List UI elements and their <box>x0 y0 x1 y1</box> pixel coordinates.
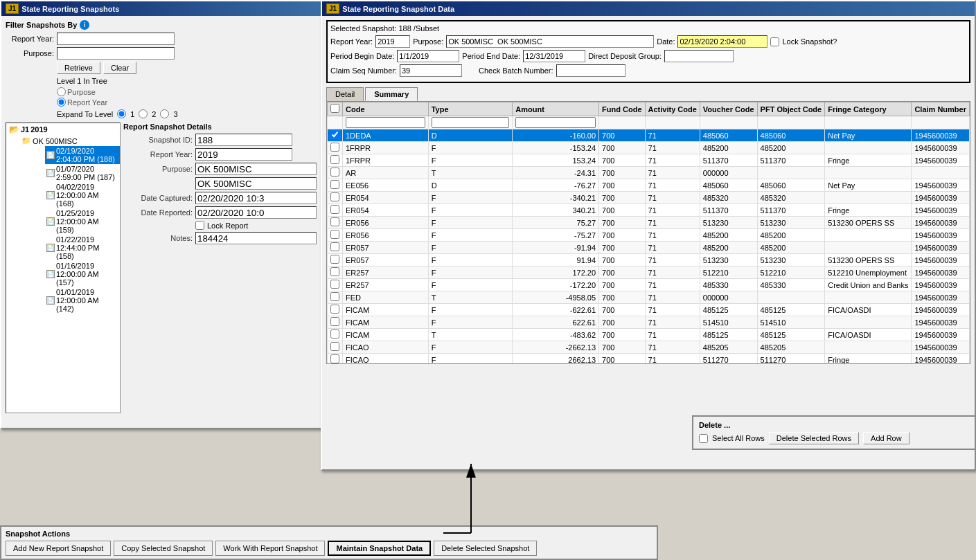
claim-seq-input[interactable] <box>400 64 462 77</box>
row-checkbox-6[interactable] <box>330 205 339 214</box>
lock-snapshot-checkbox[interactable] <box>770 37 779 46</box>
table-row: ER056F-75.27700714852004852001945600039 <box>328 229 970 242</box>
tab-summary[interactable]: Summary <box>365 87 418 101</box>
detail-report-year-input[interactable] <box>195 148 292 161</box>
cell-fund-2: 700 <box>599 154 645 167</box>
cell-claim-6: 1945600039 <box>912 204 970 217</box>
cell-amount-6: 340.21 <box>513 204 599 217</box>
report-year-input[interactable] <box>57 33 175 45</box>
radio-purpose[interactable] <box>57 87 66 96</box>
detail-purpose-input[interactable] <box>195 163 317 175</box>
row-checkbox-0[interactable] <box>330 130 339 139</box>
row-checkbox-4[interactable] <box>330 180 339 189</box>
select-all-rows-checkbox[interactable] <box>699 434 708 443</box>
filter-code[interactable] <box>346 117 425 128</box>
snapshot-id-input[interactable] <box>195 134 292 146</box>
notes-input[interactable] <box>195 232 317 244</box>
row-checkbox-18[interactable] <box>330 354 339 363</box>
tree-item-ok500misc[interactable]: 📁 OK 500MISC <box>20 136 120 146</box>
filter-section: Filter Snapshots By i Report Year: Purpo… <box>6 20 317 118</box>
cell-fringe-10: 513230 OPERS SS <box>825 254 912 267</box>
copy-selected-snapshot-button[interactable]: Copy Selected Snapshot <box>114 541 213 556</box>
tree-item-3[interactable]: 📄 01/25/2019 12:00:00 AM (159) <box>45 208 120 235</box>
cell-voucher-13: 000000 <box>700 291 757 304</box>
delete-title: Delete ... <box>699 421 969 429</box>
row-checkbox-14[interactable] <box>330 305 339 314</box>
col-activity-code: Activity Code <box>645 102 700 116</box>
row-checkbox-13[interactable] <box>330 292 339 301</box>
filter-amount[interactable] <box>515 117 596 128</box>
row-checkbox-2[interactable] <box>330 155 339 164</box>
period-end-input[interactable] <box>523 50 585 62</box>
cell-fund-0: 700 <box>599 129 645 142</box>
table-row: ART-24.3170071000000 <box>328 167 970 179</box>
tree-item-2[interactable]: 📄 04/02/2019 12:00:00 AM (168) <box>45 182 120 208</box>
detail-purpose2-input[interactable] <box>195 177 317 190</box>
tree-item-1[interactable]: 📄 01/07/2020 2:59:00 PM (187) <box>45 164 120 182</box>
rw-date-input[interactable] <box>677 35 768 48</box>
row-checkbox-10[interactable] <box>330 255 339 264</box>
expand-level-2[interactable] <box>139 109 148 118</box>
retrieve-button[interactable]: Retrieve <box>57 62 100 74</box>
date-reported-input[interactable] <box>195 206 317 219</box>
tree-item-4[interactable]: 📄 01/22/2019 12:44:00 PM (158) <box>45 235 120 261</box>
snapshot-actions-title: Snapshot Actions <box>6 530 653 538</box>
cell-fringe-6: Fringe <box>825 204 912 217</box>
row-checkbox-17[interactable] <box>330 342 339 351</box>
tree-item-5[interactable]: 📄 01/16/2019 12:00:00 AM (157) <box>45 261 120 287</box>
row-checkbox-15[interactable] <box>330 317 339 326</box>
expand-level-1[interactable] <box>117 109 126 118</box>
tree-child-ok500misc[interactable]: 📁 OK 500MISC 📄 02/19/2020 2:04:00 PM (18… <box>6 136 120 314</box>
purpose-input[interactable] <box>57 47 175 60</box>
date-captured-input[interactable] <box>195 192 317 204</box>
cell-fund-6: 700 <box>599 204 645 217</box>
select-all-header-checkbox[interactable] <box>330 104 339 113</box>
filter-info-icon[interactable]: i <box>80 20 89 30</box>
cell-claim-11: 1945600039 <box>912 267 970 279</box>
row-checkbox-8[interactable] <box>330 230 339 239</box>
maintain-snapshot-data-button[interactable]: Maintain Snapshot Data <box>328 541 431 556</box>
data-table-container[interactable]: Code Type Amount Fund Code Activity Code… <box>326 101 970 364</box>
work-with-report-snapshot-button[interactable]: Work With Report Snapshot <box>215 541 325 556</box>
col-fringe-category: Fringe Category <box>825 102 912 116</box>
cell-type-15: F <box>428 316 513 329</box>
cell-type-5: F <box>428 192 513 204</box>
tree-root[interactable]: 📂 J1 2019 <box>6 123 120 136</box>
filter-type[interactable] <box>432 117 510 128</box>
snapshot-id-label: Snapshot ID: <box>123 136 193 144</box>
tab-detail[interactable]: Detail <box>326 87 364 101</box>
cell-amount-14: -622.61 <box>513 304 599 316</box>
row-checkbox-5[interactable] <box>330 192 339 201</box>
expand-level-3[interactable] <box>160 109 169 118</box>
row-checkbox-11[interactable] <box>330 267 339 276</box>
snapshot-tree[interactable]: 📂 J1 2019 📁 OK 500MISC 📄 02/19/2020 2:04… <box>6 123 121 413</box>
radio-report-year[interactable] <box>57 98 66 107</box>
tree-item-6[interactable]: 📄 01/01/2019 12:00:00 AM (142) <box>45 287 120 314</box>
cell-type-12: F <box>428 279 513 291</box>
cell-amount-18: 2662.13 <box>513 354 599 365</box>
row-checkbox-3[interactable] <box>330 168 339 177</box>
tree-item-0[interactable]: 📄 02/19/2020 2:04:00 PM (188) <box>45 146 120 164</box>
cell-pft-0: 485060 <box>757 129 825 142</box>
delete-selected-snapshot-button[interactable]: Delete Selected Snapshot <box>434 541 537 556</box>
period-begin-input[interactable] <box>397 50 459 62</box>
row-checkbox-16[interactable] <box>330 329 339 338</box>
check-batch-input[interactable] <box>556 64 625 77</box>
row-checkbox-7[interactable] <box>330 217 339 226</box>
row-checkbox-9[interactable] <box>330 242 339 251</box>
table-row: FEDT-4958.05700710000001945600039 <box>328 291 970 304</box>
rw-report-year-input[interactable] <box>375 35 410 48</box>
delete-selected-rows-button[interactable]: Delete Selected Rows <box>769 432 859 444</box>
add-new-report-snapshot-button[interactable]: Add New Report Snapshot <box>6 541 111 556</box>
cell-claim-15: 1945600039 <box>912 316 970 329</box>
direct-deposit-input[interactable] <box>664 50 734 62</box>
cell-fund-7: 700 <box>599 217 645 229</box>
clear-button[interactable]: Clear <box>103 62 136 74</box>
row-checkbox-12[interactable] <box>330 280 339 289</box>
cell-voucher-6: 511370 <box>700 204 757 217</box>
add-row-button[interactable]: Add Row <box>863 432 910 444</box>
row-checkbox-1[interactable] <box>330 143 339 152</box>
lock-report-checkbox[interactable] <box>195 221 204 230</box>
cell-claim-9: 1945600039 <box>912 242 970 254</box>
rw-purpose-input[interactable] <box>446 35 654 48</box>
